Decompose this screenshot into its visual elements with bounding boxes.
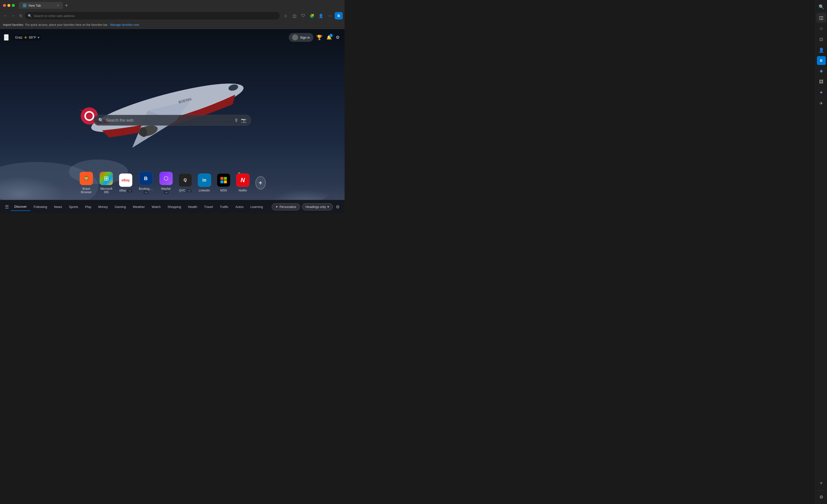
split-screen-icon[interactable]: ◫ bbox=[290, 12, 298, 19]
close-button[interactable] bbox=[3, 4, 6, 7]
personalize-label: Personalize bbox=[280, 205, 296, 209]
nav-item-watch[interactable]: Watch bbox=[148, 203, 164, 211]
netflix-icon: N bbox=[236, 173, 249, 187]
search-icon: 🔍 bbox=[28, 14, 32, 18]
ebay-ad-badge: Ad bbox=[127, 189, 132, 192]
nav-item-weather[interactable]: Weather bbox=[129, 203, 148, 211]
search-input[interactable] bbox=[106, 118, 232, 122]
favorites-icon[interactable]: ☆ bbox=[282, 12, 289, 19]
booking-label: Booking.... Ad bbox=[138, 187, 153, 194]
tab-close-button[interactable]: × bbox=[57, 3, 59, 7]
nav-item-learning[interactable]: Learning bbox=[247, 203, 266, 211]
temperature-value: 68°F bbox=[29, 36, 36, 39]
ms365-icon: ⊞ bbox=[100, 172, 113, 185]
quick-links: 🦁 Brave Browser ⊞ Microsoft 365 eBay eBa… bbox=[79, 172, 266, 194]
sign-in-label: Sign in bbox=[300, 36, 310, 39]
expand-icon: ▾ bbox=[38, 36, 39, 39]
nav-item-autos[interactable]: Autos bbox=[232, 203, 247, 211]
location-weather-widget[interactable]: Graz ☀ 68°F ▾ bbox=[12, 34, 42, 41]
search-container: 🔍 🎙 📷 bbox=[94, 115, 251, 126]
personalize-button[interactable]: ✦ Personalize bbox=[272, 203, 300, 210]
nav-item-discover[interactable]: Discover bbox=[11, 203, 30, 211]
dropdown-chevron-icon: ▾ bbox=[327, 205, 329, 209]
linkedin-icon: in bbox=[198, 173, 211, 187]
quick-link-linkedin[interactable]: in LinkedIn bbox=[198, 173, 211, 192]
search-box: 🔍 🎙 📷 bbox=[94, 115, 251, 126]
nav-item-money[interactable]: Money bbox=[95, 203, 111, 211]
back-button[interactable]: ← bbox=[2, 12, 9, 19]
booking-ad-badge: Ad bbox=[144, 191, 148, 194]
tab-favicon: 🌐 bbox=[22, 3, 27, 7]
quick-link-booking[interactable]: B Booking.... Ad bbox=[138, 172, 153, 194]
headings-label: Headings only bbox=[306, 205, 326, 209]
sign-in-button[interactable]: Sign in bbox=[289, 33, 313, 42]
notifications-bell-icon[interactable]: 🔔 1 bbox=[325, 34, 333, 41]
brave-label: Brave Browser bbox=[79, 187, 94, 194]
nav-item-shopping[interactable]: Shopping bbox=[164, 203, 185, 211]
quick-link-wayfair[interactable]: ⬡ Wayfair Ad bbox=[159, 172, 173, 194]
top-right-controls: Sign in 🏆 🔔 1 ⚙ bbox=[289, 33, 341, 42]
svg-rect-17 bbox=[220, 181, 223, 183]
msn-icon bbox=[217, 173, 230, 187]
apps-grid-button[interactable]: ⊞ bbox=[4, 34, 9, 41]
page-settings-icon[interactable]: ⚙ bbox=[335, 34, 341, 41]
quick-link-brave[interactable]: 🦁 Brave Browser bbox=[79, 172, 94, 194]
browser-essentials-icon[interactable]: 🛡 bbox=[299, 12, 307, 19]
quick-link-msn[interactable]: MSN bbox=[217, 173, 230, 192]
address-bar[interactable]: 🔍 bbox=[25, 12, 280, 19]
nav-item-traffic[interactable]: Traffic bbox=[216, 203, 232, 211]
ebay-icon: eBay bbox=[119, 173, 132, 187]
top-left-controls: ⊞ Graz ☀ 68°F ▾ bbox=[4, 34, 42, 41]
nav-item-sports[interactable]: Sports bbox=[65, 203, 82, 211]
quick-link-netflix[interactable]: N Netflix bbox=[236, 173, 249, 192]
nav-item-travel[interactable]: Travel bbox=[201, 203, 216, 211]
profile-icon[interactable]: 👤 bbox=[317, 12, 325, 19]
maximize-button[interactable] bbox=[12, 4, 15, 7]
favorites-bar: Import favorites For quick access, place… bbox=[0, 21, 345, 29]
location-name: Graz bbox=[15, 36, 22, 39]
quick-link-qvc[interactable]: Q QVC Ad bbox=[179, 173, 192, 192]
qvc-label: QVC Ad bbox=[179, 189, 191, 192]
microphone-icon[interactable]: 🎙 bbox=[234, 118, 239, 123]
nav-item-following[interactable]: Following bbox=[30, 203, 51, 211]
rewards-icon[interactable]: 🏆 bbox=[315, 34, 324, 41]
headings-dropdown[interactable]: Headings only ▾ bbox=[302, 203, 333, 210]
search-box-icon: 🔍 bbox=[98, 118, 104, 123]
traffic-lights bbox=[3, 4, 15, 7]
image-search-icon[interactable]: 📷 bbox=[241, 118, 246, 123]
nav-item-news[interactable]: News bbox=[51, 203, 66, 211]
address-bar-row: ← → ↻ 🔍 ☆ ◫ 🛡 🧩 👤 ⋯ B bbox=[0, 11, 345, 21]
quick-link-ebay[interactable]: eBay eBay Ad bbox=[119, 173, 132, 192]
wayfair-icon: ⬡ bbox=[159, 172, 173, 185]
nav-item-play[interactable]: Play bbox=[82, 203, 95, 211]
refresh-button[interactable]: ↻ bbox=[18, 12, 24, 19]
hamburger-menu-button[interactable]: ☰ bbox=[3, 203, 11, 211]
booking-icon: B bbox=[139, 172, 152, 185]
svg-rect-15 bbox=[220, 177, 223, 180]
quick-link-ms365[interactable]: ⊞ Microsoft 365 bbox=[100, 172, 113, 194]
weather-sun-icon: ☀ bbox=[24, 35, 27, 40]
notification-badge: 1 bbox=[329, 34, 333, 37]
add-quick-link-button[interactable]: + bbox=[255, 176, 265, 190]
minimize-button[interactable] bbox=[7, 4, 10, 7]
nav-item-gaming[interactable]: Gaming bbox=[111, 203, 130, 211]
netflix-label: Netflix bbox=[239, 189, 247, 192]
page-settings-bottom-icon[interactable]: ⚙ bbox=[334, 203, 342, 211]
qvc-icon: Q bbox=[179, 173, 192, 187]
nav-item-health[interactable]: Health bbox=[185, 203, 201, 211]
tab-bar: 🌐 New Tab × + bbox=[19, 2, 342, 9]
url-input[interactable] bbox=[34, 14, 277, 18]
linkedin-label: LinkedIn bbox=[199, 189, 210, 192]
forward-button[interactable]: → bbox=[10, 12, 17, 19]
import-favorites-button[interactable]: Import favorites bbox=[3, 23, 23, 27]
tab-title: New Tab bbox=[29, 4, 41, 7]
new-tab-button[interactable]: + bbox=[63, 2, 70, 9]
manage-favorites-link[interactable]: Manage favorites now bbox=[110, 23, 139, 27]
more-menu-icon[interactable]: ⋯ bbox=[326, 12, 334, 19]
wayfair-ad-badge: Ad bbox=[164, 191, 168, 194]
favorites-bar-message: For quick access, place your favorites h… bbox=[26, 23, 108, 27]
active-tab[interactable]: 🌐 New Tab × bbox=[19, 2, 63, 9]
svg-rect-16 bbox=[224, 177, 227, 180]
bing-chat-icon[interactable]: B bbox=[335, 12, 343, 19]
extensions-icon[interactable]: 🧩 bbox=[308, 12, 316, 19]
